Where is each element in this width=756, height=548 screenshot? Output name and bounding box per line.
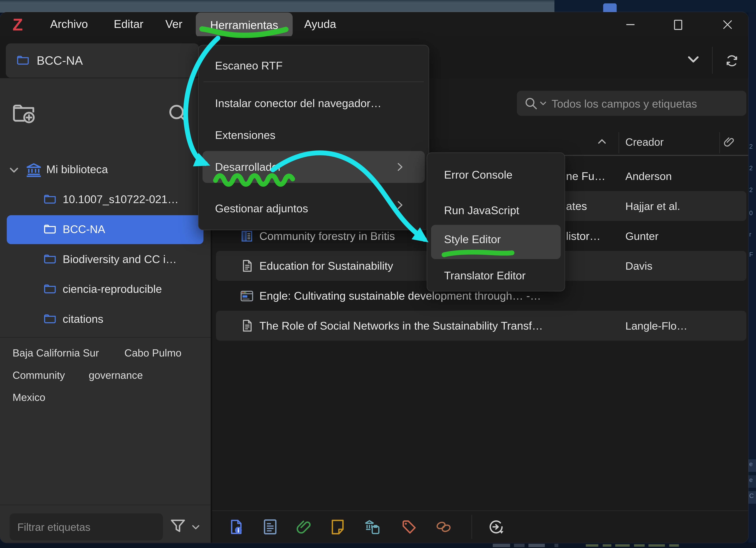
library-label: Mi biblioteca [46, 162, 108, 176]
sidebar-item-library[interactable]: Mi biblioteca [0, 155, 211, 184]
minimize-icon [626, 24, 634, 25]
chevron-down-icon[interactable] [688, 56, 699, 63]
menubar-item-editar[interactable]: Editar [114, 12, 143, 36]
sidebar-item-collection[interactable]: ciencia-reproducible [0, 275, 211, 304]
background-window-strip-dark [554, 0, 756, 13]
sidebar-item-collection[interactable]: Biodiversity and CC i… [0, 245, 211, 274]
item-title: The Role of Social Networks in the Susta… [259, 319, 616, 333]
item-creator: Langle-Flo… [625, 319, 732, 333]
tags-icon[interactable] [401, 519, 417, 535]
locate-icon[interactable] [488, 519, 504, 535]
developer-submenu: Error Console Run JavaScript Style Edito… [427, 152, 565, 292]
close-button[interactable] [717, 18, 739, 31]
collection-label: 10.1007_s10722-021… [63, 192, 178, 206]
document-icon [240, 259, 253, 272]
tag-selector-item[interactable]: Community [13, 369, 65, 382]
sidebar-item-collection-selected[interactable]: BCC-NA [7, 215, 203, 244]
collections-sidebar: Mi biblioteca 10.1007_s10722-021… 10.103… [0, 78, 211, 543]
chevron-down-icon[interactable] [540, 101, 546, 106]
menu-item-label: Gestionar adjuntos [215, 201, 308, 216]
folder-icon [43, 193, 56, 205]
abstract-icon[interactable] [262, 519, 278, 535]
menu-separator [203, 81, 424, 82]
notes-icon[interactable] [329, 519, 346, 535]
folder-icon [43, 223, 56, 234]
chevron-down-icon[interactable] [192, 525, 200, 530]
tag-selector-item[interactable]: Cabo Pulmo [124, 347, 181, 360]
related-icon[interactable] [435, 519, 452, 535]
column-divider[interactable] [719, 132, 720, 153]
menubar-item-archivo[interactable]: Archivo [50, 12, 88, 36]
menu-item-label: Extensiones [215, 127, 275, 143]
webpage-icon [240, 289, 253, 303]
new-collection-icon[interactable] [13, 101, 35, 123]
info-icon[interactable] [228, 519, 244, 535]
library-icon [25, 162, 42, 177]
sort-ascending-icon [598, 139, 606, 144]
menubar-item-ver[interactable]: Ver [165, 12, 182, 36]
document-icon [240, 319, 253, 332]
background-browser-tab [603, 3, 617, 13]
menu-item-desarrollador[interactable]: Desarrollador [202, 151, 425, 183]
search-icon[interactable] [525, 97, 537, 110]
folder-icon [16, 54, 29, 66]
submenu-item-label: Translator Editor [444, 268, 525, 283]
submenu-item-label: Run JavaScript [444, 202, 519, 218]
item-title-fragment: ne Fu… [566, 169, 605, 183]
divider [712, 47, 713, 74]
maximize-button[interactable] [667, 18, 689, 31]
item-row[interactable]: The Role of Social Networks in the Susta… [212, 311, 748, 341]
menu-item-gestionar-adjuntos[interactable]: Gestionar adjuntos [199, 198, 429, 220]
tools-menu: Escaneo RTF Instalar conector del navega… [198, 45, 429, 230]
search-collections-icon[interactable] [168, 103, 188, 124]
maximize-icon [674, 20, 682, 30]
submenu-item-label: Error Console [444, 167, 512, 182]
menu-item-instalar-conector[interactable]: Instalar conector del navegador… [199, 93, 429, 115]
submenu-item-label: Style Editor [444, 231, 501, 247]
menu-item-label: Instalar conector del navegador… [215, 95, 381, 111]
menubar-item-ayuda[interactable]: Ayuda [304, 12, 336, 36]
collection-label: Biodiversity and CC i… [63, 252, 177, 266]
submenu-item-run-javascript[interactable]: Run JavaScript [427, 199, 565, 221]
background-window-fragment: 222 0rF eeC [748, 13, 756, 543]
submenu-item-style-editor[interactable]: Style Editor [431, 225, 561, 259]
column-header-creator[interactable]: Creador [625, 135, 664, 150]
tag-selector-item[interactable]: governance [89, 369, 143, 382]
chevron-down-icon[interactable] [10, 167, 18, 173]
sidebar-item-collection[interactable]: 10.1007_s10722-021… [0, 185, 211, 214]
submenu-item-translator-editor[interactable]: Translator Editor [427, 264, 565, 287]
sync-icon[interactable] [725, 54, 739, 67]
minimize-button[interactable] [619, 18, 641, 31]
submenu-chevron-icon [397, 201, 403, 209]
column-divider[interactable] [619, 132, 619, 153]
tag-selector-item[interactable]: Baja California Sur [13, 347, 99, 360]
menu-item-extensiones[interactable]: Extensiones [199, 125, 429, 147]
submenu-item-error-console[interactable]: Error Console [427, 164, 565, 186]
collection-tab-label: BCC-NA [37, 43, 83, 78]
item-creator: Davis [625, 259, 732, 273]
background-window-strip [0, 0, 554, 13]
item-title-fragment: ates [566, 199, 587, 213]
item-title-fragment: listor… [566, 228, 601, 243]
close-icon [723, 20, 732, 29]
taskbar-strip [0, 543, 756, 548]
attachment-column-icon[interactable] [723, 136, 735, 148]
menu-item-escaneo-rtf[interactable]: Escaneo RTF [199, 55, 429, 78]
zotero-logo: Z [13, 16, 23, 33]
sidebar-item-collection[interactable]: citations [0, 305, 211, 334]
submenu-chevron-icon [397, 162, 403, 171]
search-box [517, 91, 746, 116]
divider [0, 337, 211, 338]
attachments-icon[interactable] [295, 519, 312, 535]
filter-icon[interactable] [170, 518, 186, 534]
tag-filter-box [10, 513, 163, 541]
tag-filter-input[interactable] [16, 518, 153, 537]
menubar-item-herramientas[interactable]: Herramientas [196, 13, 293, 38]
libraries-icon[interactable] [364, 519, 380, 535]
tag-selector-item[interactable]: Mexico [13, 391, 45, 404]
search-input[interactable] [551, 94, 741, 113]
folder-icon [43, 313, 56, 324]
collection-tab[interactable]: BCC-NA [6, 43, 199, 78]
item-creator: Anderson [625, 169, 732, 184]
item-creator: Hajjar et al. [625, 199, 732, 214]
